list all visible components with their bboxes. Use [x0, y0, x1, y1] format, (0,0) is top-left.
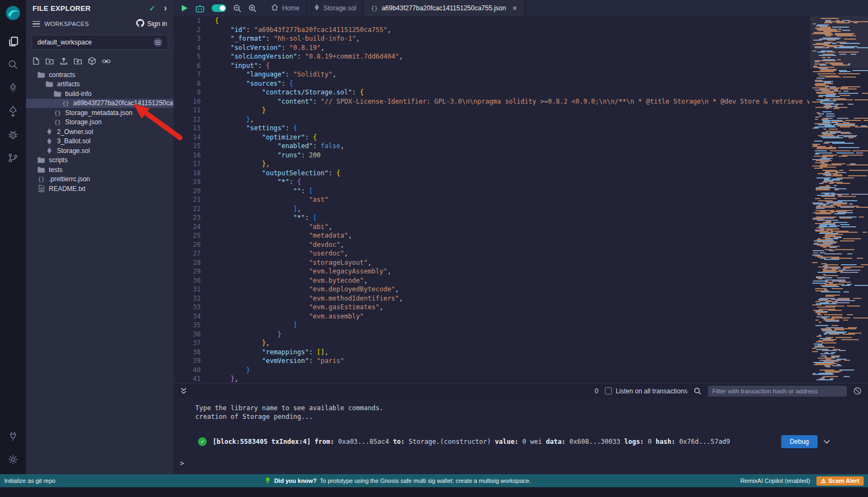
workspace-selector[interactable]: default_workspace — [31, 35, 168, 50]
copilot-status[interactable]: RemixAI Copilot (enabled) — [741, 477, 810, 484]
success-check-icon: ✓ — [198, 437, 207, 446]
code-line: 27 "userdoc", — [174, 249, 868, 258]
search-icon[interactable] — [6, 58, 20, 72]
upload-folder-button[interactable] — [74, 58, 82, 65]
code-line: 17 }, — [174, 160, 868, 169]
minimap-row — [810, 73, 868, 74]
create-folder-button[interactable] — [46, 58, 54, 65]
editor-controls — [174, 0, 264, 16]
json-icon: {} — [61, 100, 70, 106]
tab-home[interactable]: Home — [264, 0, 307, 16]
workspace-menu-icon[interactable] — [154, 38, 162, 47]
deploy-run-icon[interactable] — [6, 104, 20, 118]
filter-input[interactable] — [708, 386, 847, 397]
upload-file-button[interactable] — [60, 57, 68, 65]
scam-alert-label: Scam Alert — [828, 477, 859, 484]
solidity-compiler-icon[interactable] — [6, 81, 20, 95]
link-button[interactable] — [102, 59, 111, 64]
code-line: 33 "evm.gasEstimates", — [174, 303, 868, 312]
expand-terminal-icon[interactable] — [180, 387, 187, 394]
code-line: 1{ — [174, 16, 868, 26]
file-explorer-icon[interactable] — [6, 34, 20, 48]
tab-label: Storage.sol — [323, 4, 356, 12]
code-line: 10 "content": "// SPDX-License-Identifie… — [174, 97, 868, 106]
code-line: 40 } — [174, 366, 868, 375]
minimap[interactable] — [809, 16, 868, 383]
code-line: 20 "": [ — [174, 187, 868, 196]
code-line: 37 }, — [174, 339, 868, 348]
bottom-strip — [0, 487, 868, 497]
json-icon: {} — [53, 119, 62, 125]
debug-button[interactable]: Debug — [781, 435, 818, 448]
chevron-down-icon[interactable] — [824, 437, 830, 446]
code-line: 11 } — [174, 106, 868, 115]
activity-bar-bottom — [6, 429, 20, 467]
terminal[interactable]: Type the library name to see available c… — [174, 398, 868, 474]
workspaces-label: WORKSPACES — [44, 21, 89, 27]
code-editor[interactable]: 1{2 "id": "a69b43f277ba20fcac141151250ca… — [174, 16, 868, 383]
tree-item[interactable]: {}Storage.json — [26, 118, 174, 128]
tree-item[interactable]: tests — [26, 165, 174, 175]
code-line: 26 "devdoc", — [174, 240, 868, 250]
editor-tabbar: HomeStorage.sol{}a69b43f277ba20fcac14115… — [174, 0, 868, 16]
hamburger-menu-icon[interactable] — [33, 21, 40, 27]
code-line: 7 "language": "Solidity", — [174, 70, 868, 79]
code-line: 12 }, — [174, 115, 868, 124]
git-init-button[interactable]: Initialize as git repo — [4, 477, 55, 484]
plugin-manager-icon[interactable] — [6, 429, 20, 443]
listen-checkbox[interactable] — [605, 387, 612, 394]
sign-in-button[interactable]: Sign in — [136, 19, 167, 29]
terminal-prompt[interactable]: > — [180, 459, 184, 468]
minimap-row — [810, 150, 868, 151]
tree-item[interactable]: build-info — [26, 89, 174, 99]
search-icon[interactable] — [694, 387, 701, 395]
tab-a69b43f277ba20fcac141151250ca755-json[interactable]: {}a69b43f277ba20fcac141151250ca755.json× — [364, 0, 525, 16]
clear-console-icon[interactable] — [853, 387, 861, 395]
chevron-right-icon[interactable]: › — [164, 4, 167, 12]
status-bar: Initialize as git repo Did you know? To … — [0, 474, 868, 487]
settings-icon[interactable] — [6, 453, 20, 467]
tree-item[interactable]: scripts — [26, 156, 174, 165]
code-line: 13 "settings": { — [174, 124, 868, 133]
minimap-slider[interactable] — [810, 16, 868, 68]
code-line: 31 "evm.deployedBytecode", — [174, 285, 868, 294]
json-icon: {} — [53, 110, 62, 116]
tree-item[interactable]: {}.prettierrc.json — [26, 175, 174, 184]
tree-item[interactable]: {}a69b43f277ba20fcac141151250ca7... — [26, 99, 174, 109]
zoom-out-icon[interactable] — [233, 4, 241, 12]
folder-icon — [37, 157, 46, 163]
transaction-summary[interactable]: [block:5583405 txIndex:4] from: 0xa03...… — [213, 437, 775, 446]
listen-label: Listen on all transactions — [616, 387, 687, 395]
tree-item[interactable]: 2_Owner.sol — [26, 127, 174, 137]
sol-icon — [314, 4, 320, 12]
git-icon[interactable] — [6, 151, 20, 165]
tree-item[interactable]: contracts — [26, 70, 174, 80]
remix-logo — [4, 4, 22, 22]
zoom-in-icon[interactable] — [248, 4, 257, 12]
tab-storage-sol[interactable]: Storage.sol — [307, 0, 364, 16]
code-line: 24 "abi", — [174, 222, 868, 232]
run-script-button[interactable] — [181, 4, 188, 12]
tree-item[interactable]: {}Storage_metadata.json — [26, 108, 174, 118]
load-package-button[interactable] — [88, 57, 96, 65]
tree-item-label: Storage.json — [65, 118, 101, 126]
tree-item-label: .prettierrc.json — [49, 175, 90, 183]
close-icon[interactable]: × — [513, 4, 517, 12]
debugger-icon[interactable] — [6, 128, 20, 142]
file-tree: contractsartifactsbuild-info{}a69b43f277… — [26, 70, 174, 194]
terminal-toolbar: 0 Listen on all transactions — [174, 383, 868, 398]
tree-item[interactable]: README.txt — [26, 184, 174, 194]
scam-alert-badge[interactable]: ⚠ Scam Alert — [816, 476, 864, 486]
tree-item[interactable]: 3_Ballot.sol — [26, 137, 174, 146]
copilot-toggle[interactable] — [212, 4, 226, 12]
folder-icon — [45, 81, 54, 87]
ai-copilot-icon[interactable] — [195, 4, 205, 12]
code-line: 38 "remappings": [], — [174, 348, 868, 357]
tree-item-label: build-info — [65, 90, 92, 98]
code-line: 25 "metadata", — [174, 231, 868, 240]
terminal-line: creation of Storage pending... — [195, 412, 868, 421]
create-file-button[interactable] — [33, 57, 40, 65]
tree-item[interactable]: Storage.sol — [26, 146, 174, 156]
tree-item[interactable]: artifacts — [26, 80, 174, 90]
remix-ide-window: FILE EXPLORER ✓ › WORKSPACES Sign in def… — [0, 0, 868, 497]
